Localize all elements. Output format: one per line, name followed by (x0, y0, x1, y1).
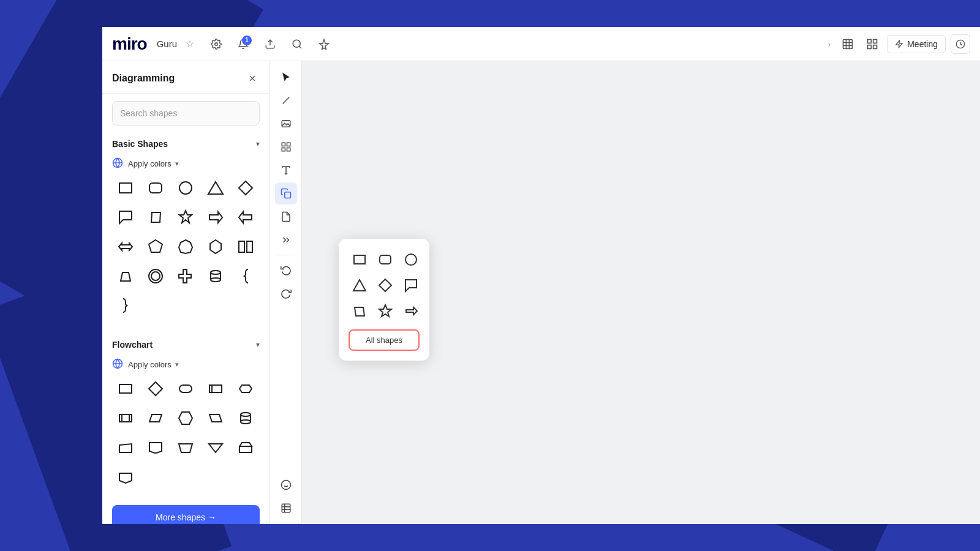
copy-tool-button[interactable] (275, 182, 297, 204)
flowchart-double-bar[interactable] (202, 375, 229, 402)
flowchart-process[interactable] (112, 375, 139, 402)
shape-triangle[interactable] (202, 174, 229, 201)
meeting-button[interactable]: Meeting (887, 35, 946, 53)
shape-pentagon[interactable] (142, 233, 169, 260)
sidebar-panel: Diagramming Basic Shapes ▾ (102, 61, 270, 524)
undo-button[interactable] (275, 259, 297, 281)
flowchart-database[interactable] (232, 405, 259, 432)
svg-marker-78 (379, 305, 391, 317)
shape-rounded-rectangle[interactable] (142, 174, 169, 201)
flowchart-manual-input[interactable] (112, 434, 139, 461)
flowchart-data[interactable] (142, 405, 169, 432)
apply-colors-icon (112, 157, 124, 170)
svg-marker-48 (209, 414, 222, 422)
popup-shape-triangle[interactable] (349, 274, 371, 296)
favorite-star-icon[interactable]: ☆ (186, 38, 194, 50)
flowchart-parallelogram[interactable] (202, 405, 229, 432)
svg-marker-54 (239, 443, 252, 452)
flowchart-off-page[interactable] (112, 463, 139, 490)
notifications-button[interactable]: 1 (233, 34, 253, 54)
flowchart-apply-colors[interactable]: Apply colors ▾ (112, 356, 260, 375)
popup-shape-parallelogram[interactable] (349, 300, 371, 322)
timer-button[interactable] (951, 34, 970, 54)
svg-line-56 (282, 97, 289, 104)
cursor-tool-button[interactable] (275, 66, 297, 88)
more-shapes-button[interactable]: More shapes → (112, 505, 260, 524)
shape-octagon[interactable] (172, 233, 199, 260)
shape-star[interactable] (172, 204, 199, 231)
basic-apply-colors-chevron-icon: ▾ (175, 160, 179, 168)
flowchart-header[interactable]: Flowchart ▾ (112, 334, 260, 356)
popup-shape-rounded-rect[interactable] (374, 249, 396, 271)
frame-tool-button[interactable] (275, 136, 297, 158)
popup-shape-diamond[interactable] (374, 274, 396, 296)
shape-double-arrow[interactable] (112, 233, 139, 260)
flowchart-chevron-icon: ▾ (256, 340, 260, 349)
shape-circle[interactable] (172, 174, 199, 201)
popup-shape-rectangle[interactable] (349, 249, 371, 271)
flowchart-terminator[interactable] (232, 375, 259, 402)
shape-columns[interactable] (232, 233, 259, 260)
text-tool-button[interactable] (275, 159, 297, 181)
svg-point-34 (211, 278, 221, 282)
flowchart-manual-op[interactable] (172, 434, 199, 461)
feedback-button[interactable] (275, 474, 297, 496)
shape-diamond[interactable] (232, 174, 259, 201)
project-name: Guru (157, 39, 177, 49)
flowchart-stadium[interactable] (172, 375, 199, 402)
line-tool-button[interactable] (275, 89, 297, 111)
shape-left-brace[interactable] (232, 263, 259, 290)
svg-marker-46 (149, 414, 162, 422)
redo-button[interactable] (275, 282, 297, 304)
svg-marker-51 (119, 444, 132, 452)
shape-right-brace[interactable] (112, 292, 139, 319)
flowchart-hexagon[interactable] (172, 405, 199, 432)
flowchart-document[interactable] (142, 434, 169, 461)
svg-marker-55 (119, 473, 132, 483)
canvas-area[interactable]: All shapes (302, 61, 980, 524)
popup-shape-circle[interactable] (400, 249, 422, 271)
sidebar-close-button[interactable] (245, 71, 260, 86)
shape-trapezoid[interactable] (112, 263, 139, 290)
basic-shapes-header[interactable]: Basic Shapes ▾ (112, 133, 260, 155)
flowchart-predefined[interactable] (112, 405, 139, 432)
shape-hexagon[interactable] (202, 233, 229, 260)
flowchart-loop[interactable] (232, 434, 259, 461)
shape-speech-bubble[interactable] (112, 204, 139, 231)
table-button[interactable] (275, 497, 297, 519)
shape-cylinder[interactable] (202, 263, 229, 290)
popup-shape-arrow[interactable] (400, 300, 422, 322)
popup-shape-speech[interactable] (400, 274, 422, 296)
search-input[interactable] (112, 101, 260, 126)
toolbar-divider-1 (277, 255, 295, 255)
settings-button[interactable] (206, 34, 226, 54)
magic-button[interactable] (314, 34, 334, 54)
shape-rectangle[interactable] (112, 174, 139, 201)
shape-cross[interactable] (172, 263, 199, 290)
shape-left-arrow[interactable] (232, 204, 259, 231)
shape-burst[interactable] (142, 263, 169, 290)
flowchart-merge[interactable] (202, 434, 229, 461)
flowchart-decision[interactable] (142, 375, 169, 402)
collapse-button[interactable]: › (826, 37, 834, 51)
grid-view-button[interactable] (862, 34, 882, 54)
svg-marker-18 (208, 182, 223, 194)
svg-point-31 (151, 272, 160, 280)
sticky-tool-button[interactable] (275, 206, 297, 228)
svg-rect-60 (282, 148, 285, 151)
notification-badge: 1 (242, 36, 252, 45)
basic-shapes-apply-colors[interactable]: Apply colors ▾ (112, 155, 260, 174)
search-button[interactable] (287, 34, 307, 54)
frame-tool-button[interactable] (838, 34, 858, 54)
svg-marker-27 (210, 240, 221, 253)
svg-marker-22 (209, 212, 222, 223)
popup-shape-star[interactable] (374, 300, 396, 322)
image-tool-button[interactable] (275, 113, 297, 135)
shape-parallelogram[interactable] (142, 204, 169, 231)
svg-rect-72 (354, 255, 365, 264)
svg-marker-19 (239, 181, 252, 195)
all-shapes-button[interactable]: All shapes (349, 329, 420, 351)
upload-button[interactable] (260, 34, 280, 54)
more-tools-button[interactable] (275, 229, 297, 251)
shape-right-arrow[interactable] (202, 204, 229, 231)
